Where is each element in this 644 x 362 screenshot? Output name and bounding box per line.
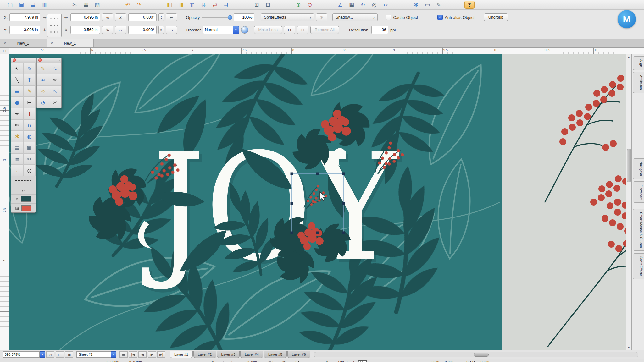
sub-lasso-tool[interactable]: ∞ [37, 85, 49, 97]
close-tab-icon[interactable]: × [4, 41, 6, 46]
help-icon[interactable]: ? [464, 1, 475, 9]
arrow-style-sample[interactable]: ↔ [11, 185, 36, 194]
document-tab-1[interactable]: × New_1 [0, 39, 47, 47]
palette-close-button[interactable] [13, 58, 16, 62]
panel-tab-navigator[interactable]: Navigator [633, 158, 644, 179]
sub-palette-close-button[interactable] [38, 58, 42, 62]
anti-alias-checkbox[interactable]: ✓ [437, 15, 443, 20]
stepper-up-icon[interactable]: ▴ [161, 15, 162, 17]
zoom-tool[interactable]: ◎ [23, 165, 36, 176]
last-page-button[interactable]: ▶| [157, 351, 165, 358]
remove-all-button[interactable]: Remove All [310, 26, 339, 34]
layer-tab-4[interactable]: Layer #4 [240, 351, 263, 358]
canvas-area[interactable]: JOY JOY [9, 54, 626, 350]
page-view-button[interactable]: ▢ [56, 351, 64, 358]
save-icon[interactable]: ▤ [28, 1, 37, 8]
height-input[interactable]: 0.569 in [70, 26, 100, 34]
sub-select-tool[interactable]: ↖ [49, 85, 61, 97]
prev-page-button[interactable]: ◀ [138, 351, 147, 358]
x-input[interactable]: 7.979 in [9, 13, 40, 21]
shadow-dropdown[interactable]: Shadow...› [332, 13, 378, 21]
folder-button[interactable]: ⊔ [284, 26, 295, 34]
align-objects-icon[interactable]: ⇄ [210, 1, 219, 8]
stepper-down-icon[interactable]: ▾ [160, 30, 162, 32]
stroke-color-row[interactable]: ✎ [11, 194, 36, 203]
add-page-icon[interactable]: ⊕ [294, 1, 303, 8]
layer-tab-2[interactable]: Layer #2 [193, 351, 216, 358]
sub-wave-tool[interactable]: ≈ [37, 74, 49, 85]
stroke-style-sample[interactable] [11, 176, 36, 185]
image-tool[interactable]: ▣ [23, 142, 36, 153]
layer-tab-3[interactable]: Layer #3 [217, 351, 240, 358]
artwork-text[interactable]: JOY [141, 122, 400, 293]
next-page-button[interactable]: ▶ [148, 351, 156, 358]
transfer-select[interactable]: Normal [203, 26, 234, 34]
page-tool[interactable]: ▤ [11, 142, 23, 153]
sub-palette-titlebar[interactable]: • [37, 58, 61, 63]
zoom-level-field[interactable]: 396.379% [3, 351, 40, 358]
print-icon[interactable]: ▥ [39, 1, 49, 8]
crosshair-tool[interactable]: + [23, 108, 36, 119]
ungroup-button[interactable]: Ungroup [484, 13, 508, 21]
layer-tab-1[interactable]: Layer #1 [170, 351, 193, 358]
stepper-down-icon[interactable]: ▾ [161, 17, 162, 19]
new-document-icon[interactable]: ▢ [5, 1, 15, 8]
panel-tab-spriteeffects[interactable]: SpriteEffects [633, 253, 644, 279]
corner-mode-button[interactable]: ¬ [166, 26, 177, 34]
link-dimensions-button[interactable]: ∞ [102, 13, 113, 21]
sub-pencil-tool[interactable]: ✎ [37, 63, 49, 74]
horizontal-scroll-thumb[interactable] [474, 353, 489, 357]
resolution-input[interactable]: 36 [371, 26, 388, 34]
send-to-back-icon[interactable]: ◨ [176, 1, 186, 8]
panel-tab-flowchart[interactable]: Flowchart [633, 181, 644, 203]
bring-to-front-icon[interactable]: ◧ [165, 1, 174, 8]
panel-tab-attributes[interactable]: Attributes [633, 72, 644, 93]
first-page-button[interactable]: |◀ [129, 351, 137, 358]
dimension-icon[interactable]: ↔ [381, 1, 390, 8]
skew-input[interactable]: 0.000° [128, 26, 157, 34]
arc-mode-button[interactable]: ⌐ [166, 13, 177, 21]
skew-stepper[interactable]: ▴▾ [158, 26, 164, 34]
skew-mode-button[interactable]: ▱ [115, 26, 126, 34]
panel-tab-smart-mouse[interactable]: Smart Mouse & Guides [633, 209, 644, 251]
redo-icon[interactable]: ↷ [134, 1, 144, 8]
copy-icon[interactable]: ▦ [81, 1, 91, 8]
grid-icon[interactable]: ⊞ [252, 1, 261, 8]
snap-to-grid-icon[interactable]: ⊟ [263, 1, 273, 8]
pointer-tool[interactable]: ↖ [11, 63, 23, 74]
zoom-dropdown-button[interactable]: ▾ [40, 351, 45, 358]
close-tab-icon[interactable]: × [51, 41, 53, 46]
trim-tool[interactable]: ✂ [23, 153, 36, 165]
sheet-dropdown-button[interactable]: ▾ [111, 351, 116, 358]
text-tool[interactable]: T [23, 74, 36, 85]
distribute-objects-icon[interactable]: ⇉ [221, 1, 231, 8]
tool-palette[interactable]: ↖ ✎ ╲ T ▬ ✎ ● ⊢ ✒ + ✑ ∩ ✱ ◐ ▤ ▣ ≡ [11, 58, 62, 213]
spriteeffects-dropdown[interactable]: SpriteEffects› [261, 13, 314, 21]
flip-button[interactable]: ⇅ [102, 26, 113, 34]
smart-wand-icon[interactable]: ✱ [411, 1, 421, 8]
make-lens-button[interactable]: Make Lens [254, 26, 282, 34]
send-backward-icon[interactable]: ⇊ [199, 1, 208, 8]
panel-tab-align[interactable]: Align [633, 56, 644, 70]
layer-tab-6[interactable]: Layer #6 [287, 351, 310, 358]
opacity-value-field[interactable]: 100% [234, 13, 254, 21]
effects-button[interactable]: ✱ [316, 13, 327, 21]
measure-icon[interactable]: ∠ [336, 1, 345, 8]
canvas-artwork[interactable]: JOY JOY [9, 54, 626, 350]
dimension-tool[interactable]: ⊢ [23, 97, 36, 108]
zoom-tool-button[interactable]: ◎ [46, 351, 54, 358]
scroll-up-icon[interactable]: ▲ [626, 54, 631, 59]
table-icon[interactable]: ▦ [347, 1, 356, 8]
ghost-tool[interactable]: ∩ [23, 119, 36, 131]
rotation-input[interactable]: 0.000° [128, 13, 157, 21]
scroll-down-icon[interactable]: ▼ [626, 345, 631, 350]
stepper-up-icon[interactable]: ▴ [160, 28, 162, 30]
sub-curve-tool[interactable]: ∿ [49, 63, 61, 74]
reference-point-selector[interactable] [47, 14, 62, 37]
sub-arc-tool[interactable]: ◔ [37, 97, 49, 108]
pencil-tool[interactable]: ✎ [23, 85, 36, 97]
line-tool[interactable]: ╲ [11, 74, 23, 85]
ellipse-tool[interactable]: ● [11, 97, 23, 108]
screen-icon[interactable]: ▭ [423, 1, 432, 8]
eyedropper-tool[interactable]: ✒ [11, 108, 23, 119]
